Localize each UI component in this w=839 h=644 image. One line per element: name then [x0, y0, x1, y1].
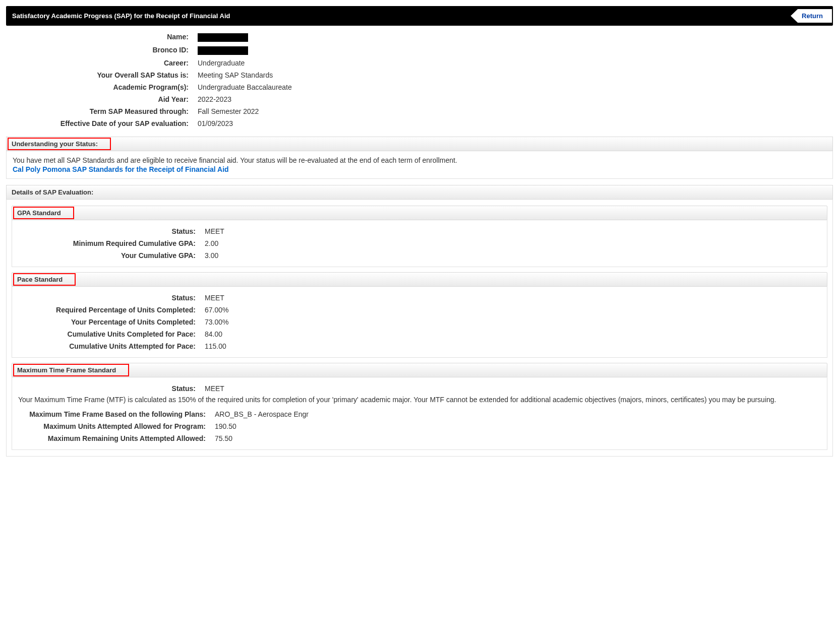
annotation-box: Understanding your Status:: [8, 138, 111, 150]
name-value: [198, 33, 248, 42]
pace-your-pct-value: 73.00%: [205, 318, 228, 326]
pace-your-pct-label: Your Percentage of Units Completed:: [18, 318, 205, 326]
aid-year-label: Aid Year:: [6, 95, 198, 103]
redacted-block: [198, 33, 248, 42]
program-label: Academic Program(s):: [6, 83, 198, 91]
annotation-box: Maximum Time Frame Standard: [13, 364, 129, 376]
mtf-remain-label: Maximum Remaining Units Attempted Allowe…: [18, 434, 215, 442]
pace-cum-att-label: Cumulative Units Attempted for Pace:: [18, 342, 205, 350]
pace-cum-compl-label: Cumulative Units Completed for Pace:: [18, 330, 205, 338]
return-button[interactable]: Return: [791, 9, 832, 23]
term-value: Fall Semester 2022: [198, 107, 259, 115]
gpa-status-value: MEET: [205, 227, 224, 235]
redacted-block: [198, 46, 248, 55]
overall-status-value: Meeting SAP Standards: [198, 71, 273, 79]
details-header: Details of SAP Evaluation:: [6, 185, 833, 200]
summary-table: Name: Bronco ID: Career: Undergraduate Y…: [6, 31, 833, 130]
career-label: Career:: [6, 59, 198, 67]
mtf-status-value: MEET: [205, 384, 224, 393]
pace-panel: Pace Standard Status: MEET Required Perc…: [12, 272, 827, 358]
pace-cum-att-value: 115.00: [205, 342, 226, 350]
understanding-text: You have met all SAP Standards and are e…: [13, 156, 826, 164]
gpa-your-value: 3.00: [205, 251, 218, 260]
gpa-min-value: 2.00: [205, 239, 218, 247]
understanding-header: Understanding your Status:: [6, 137, 833, 151]
annotation-box: Pace Standard: [13, 273, 76, 286]
details-body: GPA Standard Status: MEET Minimum Requir…: [6, 200, 833, 457]
pace-status-value: MEET: [205, 294, 224, 302]
gpa-header: GPA Standard: [12, 206, 827, 220]
pace-req-pct-value: 67.00%: [205, 306, 228, 314]
pace-req-pct-label: Required Percentage of Units Completed:: [18, 306, 205, 314]
mtf-max-att-label: Maximum Units Attempted Allowed for Prog…: [18, 422, 215, 430]
understanding-body: You have met all SAP Standards and are e…: [6, 151, 833, 179]
gpa-your-label: Your Cumulative GPA:: [18, 251, 205, 260]
sap-standards-link[interactable]: Cal Poly Pomona SAP Standards for the Re…: [13, 165, 826, 173]
pace-status-label: Status:: [18, 294, 205, 302]
mtf-plan-value: ARO_BS_B - Aerospace Engr: [215, 410, 309, 418]
gpa-panel: GPA Standard Status: MEET Minimum Requir…: [12, 206, 827, 267]
overall-status-label: Your Overall SAP Status is:: [6, 71, 198, 79]
page-title: Satisfactory Academic Progress (SAP) for…: [12, 12, 230, 20]
bronco-id-value: [198, 46, 248, 55]
pace-header: Pace Standard: [12, 272, 827, 287]
mtf-plan-label: Maximum Time Frame Based on the followin…: [18, 410, 215, 418]
aid-year-value: 2022-2023: [198, 95, 231, 103]
pace-cum-compl-value: 84.00: [205, 330, 222, 338]
gpa-status-label: Status:: [18, 227, 205, 235]
mtf-max-att-value: 190.50: [215, 422, 236, 430]
mtf-remain-value: 75.50: [215, 434, 232, 442]
career-value: Undergraduate: [198, 59, 245, 67]
program-value: Undergraduate Baccalaureate: [198, 83, 292, 91]
page-header: Satisfactory Academic Progress (SAP) for…: [6, 6, 833, 26]
annotation-box: GPA Standard: [13, 207, 74, 219]
mtf-status-label: Status:: [18, 384, 205, 393]
mtf-header: Maximum Time Frame Standard: [12, 363, 827, 377]
gpa-min-label: Minimum Required Cumulative GPA:: [18, 239, 205, 247]
term-label: Term SAP Measured through:: [6, 107, 198, 115]
name-label: Name:: [6, 33, 198, 42]
effective-date-value: 01/09/2023: [198, 119, 233, 127]
effective-date-label: Effective Date of your SAP evaluation:: [6, 119, 198, 127]
bronco-id-label: Bronco ID:: [6, 46, 198, 55]
mtf-description: Your Maximum Time Frame (MTF) is calcula…: [18, 395, 821, 405]
mtf-panel: Maximum Time Frame Standard Status: MEET…: [12, 363, 827, 450]
